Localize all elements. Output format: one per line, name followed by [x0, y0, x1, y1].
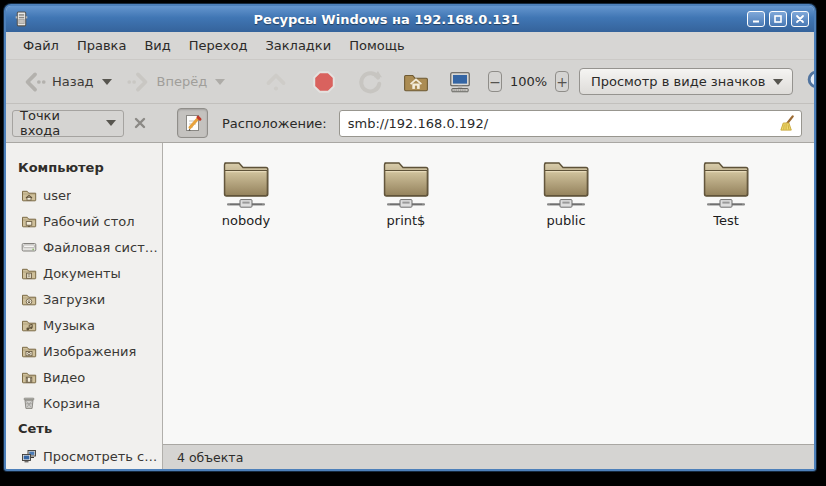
sidebar-item-корзина[interactable]: Корзина [6, 390, 162, 416]
desktop-background: Ресурсы Windows на 192.168.0.131 ФайлПра… [0, 0, 826, 486]
zoom-out-button[interactable]: − [488, 71, 502, 92]
home-icon [403, 69, 429, 95]
sidebar-item-загрузки[interactable]: Загрузки [6, 286, 162, 312]
maximize-button[interactable] [769, 11, 787, 27]
network-icon [21, 448, 37, 464]
folder-documents-icon [21, 265, 37, 281]
refresh-icon [357, 69, 383, 95]
network-share-folder-icon [220, 154, 272, 212]
computer-button[interactable] [442, 65, 478, 99]
file-label: Test [713, 213, 739, 228]
statusbar: 4 объекта [163, 444, 814, 469]
close-button[interactable] [791, 11, 809, 27]
network-share-folder-icon [540, 154, 592, 212]
sidebar-section-header: Сеть [6, 416, 162, 443]
back-icon [21, 69, 47, 95]
maximize-icon [773, 14, 783, 24]
sidebar-item-user[interactable]: user [6, 182, 162, 208]
menu-item-1[interactable]: Правка [68, 34, 135, 57]
view-mode-dropdown[interactable]: Просмотр в виде значков [579, 68, 793, 95]
main-pane: nobody print$ public Test [163, 143, 814, 469]
back-history-caret-icon[interactable] [102, 79, 112, 85]
edit-location-toggle[interactable] [177, 108, 208, 138]
location-label: Расположение: [222, 116, 327, 131]
sidebar-item-изображения[interactable]: Изображения [6, 338, 162, 364]
location-input[interactable] [339, 110, 802, 137]
minimize-button[interactable] [747, 11, 765, 27]
sidepane-close-button[interactable] [128, 111, 152, 135]
icon-view[interactable]: nobody print$ public Test [163, 143, 814, 444]
sidebar-item-label: Загрузки [43, 292, 105, 307]
trash-icon [21, 395, 37, 411]
sidebar-item-label: Документы [43, 266, 121, 281]
sidebar-item-файловая-систе-[interactable]: Файловая систе... [6, 234, 162, 260]
clear-location-icon[interactable] [779, 115, 796, 132]
refresh-button[interactable] [352, 65, 388, 99]
window-title: Ресурсы Windows на 192.168.0.131 [30, 12, 743, 27]
network-share-folder-icon [700, 154, 752, 212]
status-text: 4 объекта [177, 450, 243, 465]
file-item-nobody[interactable]: nobody [166, 154, 326, 228]
toolbar: Назад Вперёд − 10 [6, 60, 814, 103]
up-button[interactable] [258, 65, 294, 99]
app-window-icon [13, 11, 30, 28]
sidebar-section-header: Компьютер [6, 155, 162, 182]
sidebar-item-label: Музыка [43, 318, 95, 333]
search-icon [805, 68, 816, 95]
view-mode-caret-icon [773, 79, 783, 85]
folder-download-icon [21, 291, 37, 307]
folder-desktop-icon [21, 213, 37, 229]
sidebar-item-label: user [43, 188, 71, 203]
close-x-icon [133, 116, 147, 130]
sidepane-selector-dropdown[interactable]: Точки входа [12, 110, 124, 137]
location-bar: Точки входа Расположение: [6, 103, 814, 142]
forward-history-caret-icon[interactable] [215, 79, 225, 85]
menu-item-3[interactable]: Переход [180, 34, 257, 57]
forward-label: Вперёд [157, 74, 208, 89]
zoom-level: 100% [510, 74, 547, 89]
places-sidebar: Компьютер user Рабочий стол Файловая сис… [6, 143, 163, 469]
stop-button[interactable] [306, 65, 342, 99]
file-item-test[interactable]: Test [646, 154, 806, 228]
window-body: Компьютер user Рабочий стол Файловая сис… [6, 142, 814, 469]
forward-icon [126, 69, 152, 95]
back-button[interactable]: Назад [16, 65, 117, 99]
file-item-print$[interactable]: print$ [326, 154, 486, 228]
drive-icon [21, 239, 37, 255]
folder-pictures-icon [21, 343, 37, 359]
network-share-folder-icon [380, 154, 432, 212]
sidepane-selector-label: Точки входа [20, 108, 103, 138]
minimize-icon [751, 14, 761, 24]
titlebar[interactable]: Ресурсы Windows на 192.168.0.131 [6, 6, 814, 32]
sidepane-selector-caret-icon [106, 120, 116, 126]
zoom-in-button[interactable]: + [555, 71, 569, 92]
location-input-wrap [339, 110, 802, 137]
sidebar-item-label: Просмотреть сеть [43, 449, 158, 464]
search-button[interactable] [805, 67, 816, 97]
menubar: ФайлПравкаВидПереходЗакладкиПомощь [6, 32, 814, 60]
file-label: print$ [387, 213, 426, 228]
folder-music-icon [21, 317, 37, 333]
home-button[interactable] [398, 65, 434, 99]
menu-item-2[interactable]: Вид [135, 34, 179, 57]
sidebar-item-label: Видео [43, 370, 85, 385]
sidebar-item-label: Изображения [43, 344, 136, 359]
sidebar-item-рабочий-стол[interactable]: Рабочий стол [6, 208, 162, 234]
sidebar-item-музыка[interactable]: Музыка [6, 312, 162, 338]
file-label: nobody [222, 213, 270, 228]
menu-item-0[interactable]: Файл [14, 34, 68, 57]
sidebar-item-видео[interactable]: Видео [6, 364, 162, 390]
up-icon [263, 69, 289, 95]
sidebar-item-документы[interactable]: Документы [6, 260, 162, 286]
computer-icon [447, 69, 473, 95]
folder-video-icon [21, 369, 37, 385]
stop-icon [311, 69, 337, 95]
file-manager-window: Ресурсы Windows на 192.168.0.131 ФайлПра… [4, 4, 816, 471]
menu-item-4[interactable]: Закладки [256, 34, 340, 57]
forward-button[interactable]: Вперёд [121, 65, 231, 99]
sidebar-item-просмотреть-сеть[interactable]: Просмотреть сеть [6, 443, 162, 469]
view-mode-label: Просмотр в виде значков [591, 74, 765, 89]
file-item-public[interactable]: public [486, 154, 646, 228]
menu-item-5[interactable]: Помощь [340, 34, 413, 57]
back-label: Назад [52, 74, 94, 89]
